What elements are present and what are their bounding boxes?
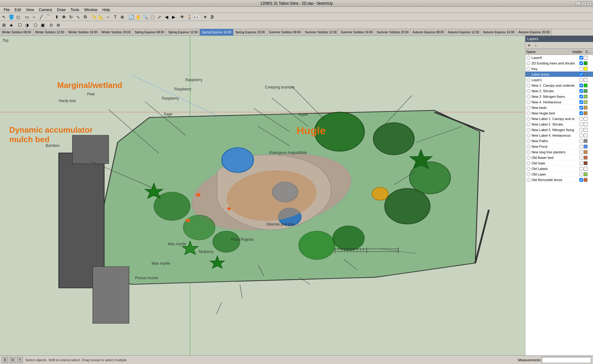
- layer-visibility-11[interactable]: [575, 117, 592, 121]
- standard-views-btn[interactable]: ⊞: [1, 22, 7, 28]
- layer-item-5[interactable]: New 1. Canopy and understory trees: [525, 83, 593, 88]
- arc-tool[interactable]: ⌒: [45, 14, 52, 20]
- layer-checkbox-12[interactable]: [579, 122, 583, 126]
- fog-tool[interactable]: 🌫: [209, 14, 216, 20]
- titlebar-controls[interactable]: _ □ ×: [576, 1, 592, 6]
- time-tab-12[interactable]: Autumn Equinox 08:00: [411, 29, 446, 36]
- time-tab-3[interactable]: Winter Solstice 20:00: [100, 29, 133, 36]
- look-around-tool[interactable]: 👀: [193, 14, 200, 20]
- time-tab-11[interactable]: Summer Solstice 20:00: [375, 29, 411, 36]
- status-icon-info[interactable]: ℹ: [2, 357, 8, 363]
- walk-tool[interactable]: 🚶: [186, 14, 193, 20]
- layer-checkbox-16[interactable]: [579, 145, 583, 148]
- layer-visibility-17[interactable]: [575, 150, 592, 154]
- axes-tool[interactable]: ⊕: [119, 14, 126, 20]
- menu-view[interactable]: View: [23, 7, 36, 13]
- xray-view-btn[interactable]: ☐: [16, 22, 23, 28]
- layer-visibility-10[interactable]: [575, 111, 592, 115]
- sun-btn[interactable]: ⊚: [55, 22, 62, 28]
- layer-item-0[interactable]: Layer0: [525, 55, 593, 60]
- layer-checkbox-1[interactable]: [579, 61, 583, 65]
- layer-item-21[interactable]: Old Lawn: [525, 172, 593, 177]
- layer-visibility-12[interactable]: [575, 122, 592, 126]
- layer-visibility-16[interactable]: [575, 145, 592, 148]
- minimize-button[interactable]: _: [576, 1, 581, 6]
- layer-visibility-19[interactable]: [575, 161, 592, 165]
- time-tab-5[interactable]: Spring Equinox 12:00: [166, 29, 200, 36]
- canvas[interactable]: Top: [0, 36, 525, 355]
- layer-item-11[interactable]: New Label 1. Canopy and understory tree: [525, 116, 593, 122]
- layer-item-18[interactable]: Old flower bed: [525, 155, 593, 160]
- component-btn[interactable]: ⬡: [32, 22, 39, 28]
- layer-visibility-6[interactable]: [575, 89, 592, 93]
- pan-tool[interactable]: ✋: [135, 14, 141, 20]
- layer-item-22[interactable]: Old Removble fence: [525, 177, 593, 183]
- time-tab-14[interactable]: Autumn Equinox 16:00: [481, 29, 516, 36]
- group-btn[interactable]: ▣: [39, 22, 46, 28]
- time-tab-13[interactable]: Autumn Equinox 12:00: [446, 29, 481, 36]
- layer-checkbox-0[interactable]: [579, 56, 583, 60]
- rectangle-tool[interactable]: ▭: [23, 14, 30, 20]
- layer-visibility-22[interactable]: [575, 178, 592, 182]
- time-tab-0[interactable]: Winter Solstice 08:00: [0, 29, 33, 36]
- time-tab-4[interactable]: Spring Equinox 08:00: [133, 29, 166, 36]
- layer-checkbox-17[interactable]: [579, 150, 583, 154]
- layer-item-15[interactable]: New Paths: [525, 138, 593, 144]
- menu-file[interactable]: File: [1, 7, 12, 13]
- select-tool[interactable]: ↖: [1, 14, 7, 20]
- layer-checkbox-5[interactable]: [579, 84, 583, 87]
- time-tab-8[interactable]: Summer Solstice 08:00: [267, 29, 303, 36]
- layer-visibility-4[interactable]: [575, 78, 592, 82]
- layer-item-14[interactable]: New Label 4. Herbaceous: [525, 133, 593, 138]
- time-tab-7[interactable]: Spring Equinox 20:00: [233, 29, 267, 36]
- menu-draw[interactable]: Draw: [55, 7, 68, 13]
- layer-item-7[interactable]: New 3. Nitrogen fixers: [525, 94, 593, 99]
- layer-visibility-15[interactable]: [575, 139, 592, 143]
- layer-visibility-8[interactable]: [575, 100, 592, 104]
- layer-visibility-13[interactable]: [575, 128, 592, 132]
- layer-checkbox-6[interactable]: [579, 89, 583, 93]
- layer-item-19[interactable]: Old Gate: [525, 160, 593, 166]
- layer-checkbox-11[interactable]: [579, 117, 583, 121]
- layer-checkbox-15[interactable]: [579, 139, 583, 143]
- layer-item-9[interactable]: New beds: [525, 105, 593, 110]
- text-tool[interactable]: T: [112, 14, 119, 20]
- prev-view-tool[interactable]: ◀: [163, 14, 170, 20]
- shaded-btn[interactable]: ◑: [23, 22, 30, 28]
- layer-visibility-1[interactable]: [575, 61, 592, 65]
- layer-checkbox-4[interactable]: [579, 78, 583, 82]
- solar-north-btn[interactable]: ⊙: [48, 22, 55, 28]
- layer-checkbox-3[interactable]: [579, 72, 583, 76]
- scale-tool[interactable]: ⤡: [75, 14, 82, 20]
- measurements-input[interactable]: [542, 357, 591, 363]
- layer-item-3[interactable]: Label areas: [525, 72, 593, 77]
- layer-visibility-2[interactable]: [575, 67, 592, 71]
- status-icon-help[interactable]: ?: [17, 357, 23, 363]
- time-tab-10[interactable]: Summer Solstice 16:00: [339, 29, 375, 36]
- zoom-extents-tool[interactable]: ⤢: [156, 14, 163, 20]
- iso-view-btn[interactable]: ◈: [8, 22, 15, 28]
- next-view-tool[interactable]: ▶: [170, 14, 177, 20]
- layer-item-2[interactable]: Key: [525, 66, 593, 72]
- layer-checkbox-2[interactable]: [579, 67, 583, 71]
- layer-item-13[interactable]: New Label 3. Nitrogen fixing shrubs: [525, 127, 593, 133]
- offset-tool[interactable]: ⧉: [82, 14, 89, 20]
- layer-item-8[interactable]: New 4. Herbaceous: [525, 99, 593, 105]
- layer-checkbox-7[interactable]: [579, 95, 583, 98]
- tape-tool[interactable]: 📏: [90, 14, 97, 20]
- layer-item-6[interactable]: New 2. Shrubs: [525, 88, 593, 94]
- status-icon-nav[interactable]: ⊙: [9, 357, 15, 363]
- line-tool[interactable]: ╱: [38, 14, 44, 20]
- time-tab-1[interactable]: Winter Solstice 12:00: [33, 29, 67, 36]
- layer-checkbox-8[interactable]: [579, 100, 583, 104]
- menu-help[interactable]: Help: [100, 7, 112, 13]
- zoom-tool[interactable]: 🔍: [142, 14, 149, 20]
- orbit-tool[interactable]: 🔄: [128, 14, 134, 20]
- eraser-tool[interactable]: ◻: [15, 14, 22, 20]
- time-tab-15[interactable]: Autumn Equinox 20:00: [517, 29, 552, 36]
- layer-visibility-3[interactable]: [575, 72, 592, 76]
- layer-visibility-7[interactable]: [575, 95, 592, 98]
- menu-edit[interactable]: Edit: [12, 7, 23, 13]
- maximize-button[interactable]: □: [581, 1, 586, 6]
- layer-checkbox-20[interactable]: [579, 167, 583, 171]
